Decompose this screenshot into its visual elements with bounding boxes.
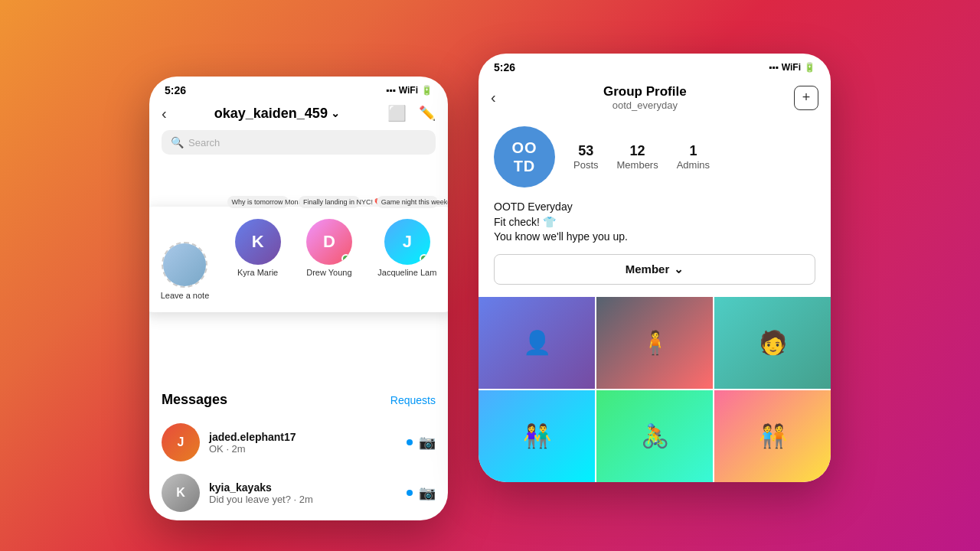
grid-photo-2[interactable]: 🧍 xyxy=(596,297,713,389)
message-item-kyia[interactable]: K kyia_kayaks Did you leave yet? · 2m 📷 xyxy=(162,468,436,518)
grid-photo-3[interactable]: 🧑 xyxy=(714,297,831,389)
jacq-bubble: J xyxy=(384,219,430,265)
note-kyra: Why is tomorrow Monday!? 😑 xyxy=(227,196,289,208)
stat-members-number: 12 xyxy=(617,143,658,159)
drew-bubble: D xyxy=(306,219,352,265)
group-profile-title: Group Profile xyxy=(603,84,687,99)
drew-online-dot xyxy=(341,254,351,263)
group-title-section: Group Profile ootd_everyday xyxy=(603,84,687,111)
message-item-ted[interactable]: T ted_graham321 Sounds good! Let's do it… xyxy=(162,518,436,520)
messages-section: Messages Requests J jaded.elephant17 OK … xyxy=(149,392,448,520)
left-phone: 5:26 ▪▪▪ WiFi 🔋 ‹ okay_kaiden_459 ⌄ ⬜ ✏️… xyxy=(149,77,448,520)
grid-photo-6[interactable]: 🧑‍🤝‍🧑 xyxy=(714,390,831,482)
member-label: Member xyxy=(626,262,670,276)
msg-username-kyia: kyia_kayaks xyxy=(209,481,397,494)
wifi-icon-r: WiFi xyxy=(782,62,801,73)
group-avatar: OO TD xyxy=(494,126,555,187)
search-bar[interactable]: 🔍 Search xyxy=(162,130,436,155)
story-name-jacq: Jacqueline Lam xyxy=(377,268,436,277)
status-icons-left: ▪▪▪ WiFi 🔋 xyxy=(386,85,433,96)
member-button[interactable]: Member ⌄ xyxy=(494,254,815,285)
story-name-self: Leave a note xyxy=(161,291,210,300)
stat-posts-number: 53 xyxy=(573,143,599,159)
group-description: OOTD Everyday Fit check! 👕 You know we'l… xyxy=(479,200,831,254)
message-item-jaded[interactable]: J jaded.elephant17 OK · 2m 📷 xyxy=(162,417,436,468)
story-name-drew: Drew Young xyxy=(306,268,351,277)
msg-content-kyia: kyia_kayaks Did you leave yet? · 2m xyxy=(209,481,397,505)
photo-content-2: 🧍 xyxy=(596,297,713,389)
signal-icon: ▪▪▪ xyxy=(386,85,396,96)
time-right: 5:26 xyxy=(494,61,515,73)
group-profile-subtitle: ootd_everyday xyxy=(603,99,687,111)
nav-icons: ⬜ ✏️ xyxy=(387,104,436,122)
status-bar-left: 5:26 ▪▪▪ WiFi 🔋 xyxy=(149,77,448,101)
messages-header: Messages Requests xyxy=(162,392,436,408)
group-info: OO TD 53 Posts 12 Members 1 Admins xyxy=(479,114,831,200)
story-item-kyra[interactable]: Why is tomorrow Monday!? 😑 K Kyra Marie xyxy=(235,219,281,300)
stat-admins-label: Admins xyxy=(677,159,710,171)
photo-content-4: 👫 xyxy=(479,390,595,482)
time-left: 5:26 xyxy=(165,84,186,96)
group-desc-line1: Fit check! 👕 xyxy=(494,215,815,230)
msg-right-jaded: 📷 xyxy=(407,434,436,451)
back-icon[interactable]: ‹ xyxy=(162,105,167,122)
back-button[interactable]: ‹ xyxy=(491,89,496,106)
note-bubble: + xyxy=(162,242,207,288)
msg-preview-jaded: OK · 2m xyxy=(209,443,397,455)
search-icon: 🔍 xyxy=(171,136,184,148)
group-name-text: OOTD Everyday xyxy=(494,200,815,215)
right-phone: 5:26 ▪▪▪ WiFi 🔋 ‹ Group Profile ootd_eve… xyxy=(479,54,831,482)
story-item-drew[interactable]: Finally landing in NYC! ❤️ D Drew Young xyxy=(306,219,352,300)
unread-dot-jaded xyxy=(407,439,413,445)
battery-icon-r: 🔋 xyxy=(804,62,815,73)
photo-content-6: 🧑‍🤝‍🧑 xyxy=(714,390,831,482)
msg-preview-kyia: Did you leave yet? · 2m xyxy=(209,494,397,505)
add-icon[interactable]: + xyxy=(794,86,818,110)
photo-content-3: 🧑 xyxy=(714,297,831,389)
messages-title: Messages xyxy=(162,392,227,408)
avatar-jaded: J xyxy=(162,423,200,461)
avatar-kyia: K xyxy=(162,474,200,512)
camera-icon-jaded[interactable]: 📷 xyxy=(419,434,436,451)
grid-photo-4[interactable]: 👫 xyxy=(479,390,595,482)
unread-dot-kyia xyxy=(407,490,413,496)
camera-icon-kyia[interactable]: 📷 xyxy=(419,484,436,501)
msg-content-jaded: jaded.elephant17 OK · 2m xyxy=(209,431,397,455)
compose-icon[interactable]: ✏️ xyxy=(419,105,436,122)
stat-posts-label: Posts xyxy=(573,159,599,171)
story-item-self[interactable]: + Leave a note xyxy=(161,219,210,300)
status-icons-right: ▪▪▪ WiFi 🔋 xyxy=(769,62,815,73)
username-text: okay_kaiden_459 xyxy=(214,106,328,122)
stat-admins: 1 Admins xyxy=(677,143,710,171)
photo-content-1: 👤 xyxy=(479,297,595,389)
kyra-bubble: K xyxy=(235,219,281,265)
search-placeholder: Search xyxy=(188,137,220,148)
signal-icon-r: ▪▪▪ xyxy=(769,62,779,73)
note-jacq: Game night this weekend? 🎮 xyxy=(377,196,438,208)
grid-photo-1[interactable]: 👤 xyxy=(479,297,595,389)
video-icon[interactable]: ⬜ xyxy=(387,104,407,122)
stat-admins-number: 1 xyxy=(677,143,710,159)
chevron-down-member: ⌄ xyxy=(674,262,684,276)
group-desc-line2: You know we'll hype you up. xyxy=(494,230,815,245)
wifi-icon: WiFi xyxy=(399,85,418,96)
requests-link[interactable]: Requests xyxy=(390,394,436,406)
stat-posts: 53 Posts xyxy=(573,143,599,171)
story-item-jacq[interactable]: Game night this weekend? 🎮 J Jacqueline … xyxy=(377,219,436,300)
chevron-down-icon: ⌄ xyxy=(331,107,340,119)
jacq-online-dot xyxy=(420,254,429,263)
stat-members: 12 Members xyxy=(617,143,658,171)
battery-icon: 🔋 xyxy=(421,85,433,96)
status-bar-right: 5:26 ▪▪▪ WiFi 🔋 xyxy=(479,54,831,78)
note-drew: Finally landing in NYC! ❤️ xyxy=(299,196,360,208)
group-nav: ‹ Group Profile ootd_everyday + xyxy=(479,78,831,114)
story-name-kyra: Kyra Marie xyxy=(237,268,278,277)
stories-row: + Leave a note Why is tomorrow Monday!? … xyxy=(151,219,446,300)
photo-content-5: 🚴 xyxy=(596,390,713,482)
nav-username[interactable]: okay_kaiden_459 ⌄ xyxy=(214,106,340,122)
group-avatar-text: OO TD xyxy=(511,139,537,175)
msg-username-jaded: jaded.elephant17 xyxy=(209,431,397,443)
msg-right-kyia: 📷 xyxy=(407,484,436,501)
stories-overlay: + Leave a note Why is tomorrow Monday!? … xyxy=(149,207,448,312)
grid-photo-5[interactable]: 🚴 xyxy=(596,390,713,482)
